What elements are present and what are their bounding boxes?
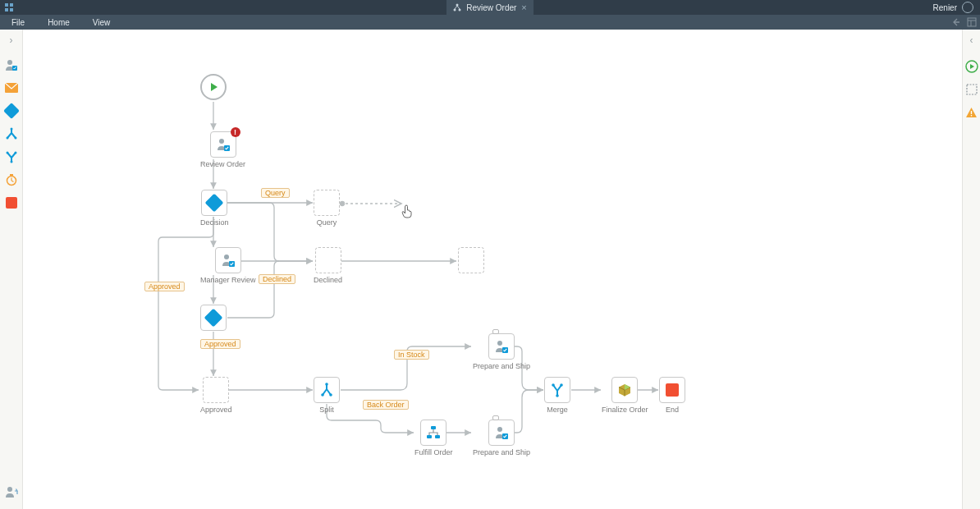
warnings-icon[interactable] — [964, 105, 979, 120]
svg-point-17 — [14, 152, 16, 154]
palette-return[interactable] — [2, 483, 21, 501]
selection-tool-icon[interactable] — [964, 82, 979, 97]
node-label: Manager Review — [200, 276, 256, 284]
close-tab-icon[interactable]: × — [521, 2, 526, 12]
svg-rect-7 — [968, 18, 976, 26]
menu-bar: File Home View — [0, 15, 980, 30]
svg-point-32 — [321, 393, 324, 397]
end-icon — [666, 383, 679, 397]
svg-point-13 — [10, 128, 12, 131]
menu-file[interactable]: File — [11, 18, 25, 27]
svg-rect-20 — [10, 174, 13, 176]
user-task-icon — [494, 339, 509, 354]
package-icon — [617, 383, 632, 397]
edge-label-in-stock[interactable]: In Stock — [394, 350, 429, 360]
flow-canvas[interactable]: ! Review Order Decision Query Manager Re… — [23, 30, 962, 509]
node-fulfill-order[interactable]: Fulfill Order — [414, 420, 453, 456]
undo-icon[interactable] — [950, 17, 960, 27]
svg-point-10 — [7, 60, 12, 65]
svg-point-21 — [7, 487, 12, 492]
node-start[interactable] — [200, 74, 227, 100]
node-finalize-order[interactable]: Finalize Order — [602, 377, 648, 414]
svg-rect-36 — [431, 426, 436, 429]
node-label: Merge — [544, 406, 570, 414]
node-end[interactable]: End — [659, 377, 685, 414]
svg-point-18 — [10, 161, 12, 163]
expand-right-panel-button[interactable]: ‹ — [963, 30, 980, 51]
port-indicator-icon — [492, 415, 499, 420]
svg-point-29 — [224, 254, 229, 259]
right-panel: ‹ — [962, 30, 980, 509]
svg-point-15 — [14, 137, 16, 140]
svg-point-26 — [341, 202, 345, 206]
palette-timer[interactable] — [2, 171, 21, 189]
svg-point-34 — [497, 341, 502, 346]
node-label: Query — [314, 218, 340, 227]
node-label: Approved — [200, 406, 232, 414]
palette-decision[interactable] — [2, 102, 21, 120]
diamond-icon — [204, 309, 223, 328]
node-label: Finalize Order — [602, 406, 648, 414]
play-icon — [208, 81, 219, 93]
node-label: Review Order — [200, 160, 245, 168]
svg-point-31 — [325, 383, 328, 386]
node-approved[interactable]: Approved — [200, 377, 232, 414]
palette-user-task[interactable] — [2, 56, 21, 74]
user-task-icon — [221, 253, 236, 268]
app-icon — [3, 2, 15, 13]
tab-label: Review Order — [466, 3, 516, 12]
split-icon — [319, 383, 334, 397]
node-manager-review[interactable]: Manager Review — [200, 247, 256, 284]
node-label: Prepare and Ship — [473, 448, 530, 456]
diamond-icon — [205, 194, 224, 213]
user-area[interactable]: Renier — [933, 0, 973, 15]
node-split[interactable]: Split — [314, 377, 340, 414]
node-query[interactable]: Query — [314, 190, 340, 227]
svg-rect-23 — [967, 85, 977, 94]
node-decision-2[interactable] — [200, 305, 227, 331]
edge-label-approved-1[interactable]: Approved — [144, 282, 185, 291]
svg-rect-24 — [971, 111, 972, 114]
node-declined-end[interactable] — [458, 247, 484, 273]
node-label: Declined — [314, 276, 342, 284]
run-button[interactable] — [964, 59, 979, 74]
menu-view[interactable]: View — [93, 18, 111, 27]
palette-split[interactable] — [2, 125, 21, 143]
svg-point-14 — [6, 137, 8, 140]
node-merge[interactable]: Merge — [544, 377, 570, 414]
menu-home[interactable]: Home — [48, 18, 70, 27]
svg-point-41 — [552, 383, 555, 387]
palette-message[interactable] — [2, 79, 21, 97]
user-task-icon — [494, 425, 509, 440]
svg-rect-0 — [5, 3, 8, 7]
svg-rect-3 — [10, 8, 13, 11]
node-prepare-ship-2[interactable]: Prepare and Ship — [473, 420, 530, 456]
edge-label-back-order[interactable]: Back Order — [363, 400, 409, 410]
workspace: › ‹ — [0, 30, 980, 509]
port-indicator-icon — [492, 329, 499, 334]
svg-rect-25 — [971, 115, 972, 117]
svg-rect-38 — [435, 435, 440, 438]
expand-palette-button[interactable]: › — [0, 30, 22, 51]
node-declined[interactable]: Declined — [314, 247, 342, 284]
node-label: Fulfill Order — [414, 448, 453, 456]
svg-point-33 — [329, 393, 332, 397]
title-bar: Review Order × Renier — [0, 0, 980, 15]
node-prepare-ship-1[interactable]: Prepare and Ship — [473, 333, 530, 370]
node-review-order[interactable]: ! Review Order — [200, 131, 245, 168]
error-badge-icon: ! — [231, 127, 240, 137]
layout-icon[interactable] — [967, 17, 977, 27]
flow-icon — [453, 3, 461, 11]
node-label: Decision — [200, 218, 229, 227]
svg-point-39 — [497, 427, 502, 432]
node-decision[interactable]: Decision — [200, 190, 229, 227]
palette-end[interactable] — [2, 194, 21, 212]
svg-rect-1 — [10, 3, 13, 7]
edge-label-declined[interactable]: Declined — [259, 274, 295, 284]
document-tab[interactable]: Review Order × — [446, 0, 534, 15]
edge-label-approved-2[interactable]: Approved — [200, 339, 240, 349]
svg-point-43 — [556, 394, 559, 397]
edge-label-query[interactable]: Query — [261, 188, 290, 198]
palette-merge[interactable] — [2, 148, 21, 166]
merge-icon — [550, 383, 565, 397]
